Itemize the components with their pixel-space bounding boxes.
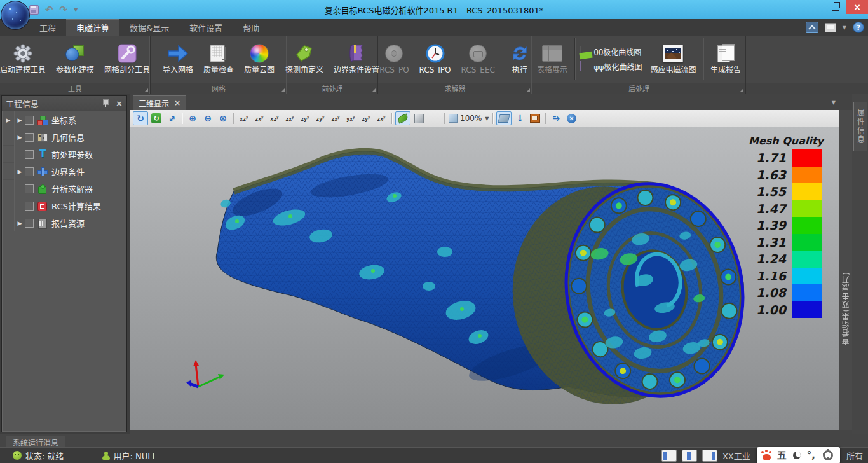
menu-tab-软件设置[interactable]: 软件设置 (179, 19, 233, 36)
moon-icon[interactable] (793, 452, 801, 459)
ribbon-button-θθ极化曲线图[interactable]: θθ极化曲线图 (580, 46, 642, 57)
clip-surface-icon[interactable] (496, 111, 512, 125)
ribbon-button-启动建模工具[interactable]: 启动建模工具 (0, 41, 50, 78)
ribbon-button-网格剖分工具[interactable]: 网格剖分工具 (100, 41, 154, 78)
ribbon-button-生成报告[interactable]: 生成报告 (706, 41, 745, 78)
panel-right-icon[interactable] (702, 450, 717, 462)
dialog-launcher-icon[interactable] (281, 88, 285, 92)
tree-row-RCS计算结果[interactable]: RCS计算结果 (3, 197, 126, 214)
ribbon-group-label-网格[interactable]: 网格 (151, 83, 287, 94)
view-zy-icon[interactable]: zyy (298, 112, 312, 125)
ribbon-button-RCS_EEC[interactable]: RCS_EEC (457, 41, 499, 78)
ribbon-button-ψψ极化曲线图[interactable]: ψψ极化曲线图 (580, 61, 642, 72)
ribbon-button-探测角定义[interactable]: 探测角定义 (281, 41, 328, 78)
minimize-button[interactable]: – (803, 0, 825, 14)
tree-checkbox[interactable] (25, 184, 34, 193)
tree-row-坐标系[interactable]: ▶▶坐标系 (3, 111, 126, 128)
view-yx-icon[interactable]: yxy (344, 112, 358, 125)
ribbon-button-质量云图[interactable]: 质量云图 (240, 41, 279, 78)
leaf-icon[interactable] (395, 111, 410, 125)
view-zx-icon[interactable]: zxy (374, 112, 388, 125)
ribbon-button-导入网格[interactable]: 导入网格 (158, 41, 198, 78)
zoom-out-icon[interactable]: ⊖ (201, 112, 215, 125)
ribbon-group-label-工具[interactable]: 工具 (0, 83, 151, 94)
close-icon[interactable]: × (116, 99, 123, 107)
tree-row-分析求解器[interactable]: 分析求解器 (3, 180, 126, 197)
dialog-launcher-icon[interactable] (372, 88, 376, 92)
ime-mode-label[interactable]: 五 (777, 451, 787, 460)
close-circle-icon[interactable]: × (564, 112, 578, 125)
view-xz-icon[interactable]: xzy (268, 112, 281, 125)
ribbon-button-参数化建模[interactable]: 参数化建模 (51, 41, 98, 78)
screenshot-icon[interactable] (528, 112, 542, 125)
zoom-in-icon[interactable]: ⊕ (186, 112, 200, 125)
ribbon-button-RCS_IPO[interactable]: RCS_IPO (415, 41, 456, 78)
tree-expander-icon[interactable]: ▶ (15, 134, 25, 141)
display-dropdown-icon[interactable]: ▼ (843, 25, 846, 31)
pin-icon[interactable] (102, 99, 108, 107)
view-zy-icon[interactable]: zyy (313, 112, 327, 125)
tab-close-icon[interactable]: × (174, 99, 180, 107)
tree-row-几何信息[interactable]: ▶几何信息 (3, 128, 126, 146)
ribbon-group-label-后处理[interactable]: 后处理 (532, 83, 746, 94)
rotate-icon[interactable]: ↻ (133, 111, 148, 125)
menu-tab-电磁计算[interactable]: 电磁计算 (66, 19, 119, 36)
dialog-launcher-icon[interactable] (144, 88, 148, 92)
arrow-down-icon[interactable]: ↓ (513, 112, 527, 125)
tree-row-前处理参数[interactable]: T前处理参数 (3, 146, 126, 163)
ime-punct-label[interactable]: °, (807, 451, 815, 460)
redo-icon[interactable]: ↷ (60, 5, 68, 15)
view-zy-icon[interactable]: zyy (359, 112, 373, 125)
tree-checkbox[interactable] (25, 116, 34, 125)
tree-expander-icon[interactable]: ▶ (15, 169, 25, 175)
save-icon[interactable] (29, 5, 39, 15)
system-message-tab[interactable]: 系统运行消息 (6, 436, 65, 448)
pan-diagonal-icon[interactable]: ↔ (165, 112, 179, 125)
paw-icon[interactable] (763, 454, 771, 460)
zoom-fit-icon[interactable]: ⊛ (216, 112, 230, 125)
menu-tab-数据&显示[interactable]: 数据&显示 (119, 19, 179, 36)
tree-row-报告资源[interactable]: ▶报告资源 (3, 214, 126, 232)
ribbon-group-label-前处理[interactable]: 前处理 (287, 83, 378, 94)
ribbon-button-RCS_PO[interactable]: RCS_PO (375, 41, 413, 78)
tree-checkbox[interactable] (25, 167, 34, 176)
panel-left-icon[interactable] (661, 450, 677, 462)
ribbon-button-感应电磁流图[interactable]: 感应电磁流图 (646, 41, 700, 78)
dialog-launcher-icon[interactable] (526, 88, 530, 92)
share-nodes-icon[interactable]: ⥲ (549, 112, 563, 125)
zoom-level-icon[interactable]: 100%▼ (448, 112, 489, 125)
collapse-ribbon-icon[interactable] (806, 22, 818, 33)
undo-icon[interactable]: ↶ (45, 5, 53, 15)
help-icon[interactable]: ? (853, 22, 864, 33)
tree-checkbox[interactable] (25, 202, 34, 211)
gear-icon[interactable] (823, 450, 833, 460)
tree-row-边界条件[interactable]: ▶边界条件 (3, 163, 126, 180)
tree-expander-icon[interactable]: ▶ (15, 220, 25, 226)
wire-grid-icon[interactable] (427, 112, 441, 125)
panel-middle-icon[interactable] (682, 450, 697, 462)
model-3d[interactable] (130, 127, 839, 430)
viewport-canvas[interactable]: Mesh Quality 1.711.631.551.471.391.311.2… (130, 127, 839, 430)
restore-button[interactable] (825, 0, 846, 14)
ribbon-button-质量检查[interactable]: 质量检查 (199, 41, 238, 78)
tree-expander-icon[interactable]: ▶ (15, 117, 25, 123)
tree-checkbox[interactable] (25, 133, 34, 142)
quick-access-dropdown-icon[interactable]: ▼ (74, 7, 78, 13)
tree-checkbox[interactable] (25, 150, 34, 159)
view-xz-icon[interactable]: xzy (237, 112, 251, 125)
menu-tab-帮助[interactable]: 帮助 (233, 19, 269, 36)
dialog-launcher-icon[interactable] (740, 88, 743, 92)
view-zx-icon[interactable]: zxy (329, 112, 342, 125)
orbit-refresh-icon[interactable]: ↻ (149, 112, 163, 125)
tree-checkbox[interactable] (25, 219, 34, 228)
ribbon-button-执行[interactable]: 执行 (505, 41, 535, 78)
menu-tab-工程[interactable]: 工程 (29, 19, 66, 36)
ribbon-group-label-求解器[interactable]: 求解器 (378, 83, 532, 94)
ribbon-button-表格展示[interactable]: 表格展示 (532, 41, 572, 78)
display-icon[interactable] (825, 23, 836, 32)
close-button[interactable]: × (846, 0, 868, 14)
view-zx-icon[interactable]: zxy (283, 112, 297, 125)
ime-toolbar[interactable]: 五 °, (757, 447, 840, 463)
results-dock-tab[interactable]: 查看结果(双击展开) (839, 110, 852, 430)
tab-list-dropdown-icon[interactable]: ▼ (832, 100, 836, 106)
